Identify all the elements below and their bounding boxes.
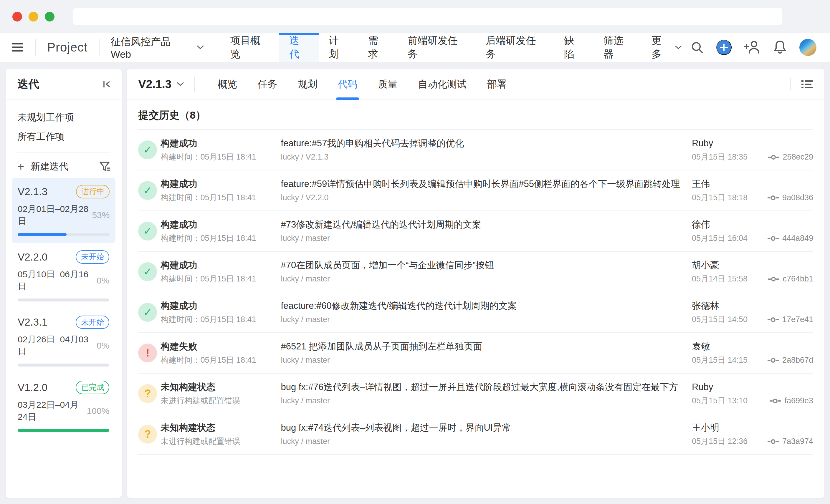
content-area: 迭代 未规划工作项 所有工作项 + 新建迭代 <box>0 62 830 498</box>
section-title: 提交历史（8） <box>138 108 813 122</box>
commit-branch: lucky / master <box>281 274 680 283</box>
user-avatar[interactable] <box>799 39 817 56</box>
commit-branch: lucky / master <box>281 315 680 324</box>
commit-message[interactable]: bug fx:#76迭代列表–详情视图，超过一屏并且迭代阶段超过最大宽度,横向滚… <box>281 382 680 393</box>
commit-message[interactable]: #6521 把添加团队成员从子页面抽到左栏单独页面 <box>281 341 680 352</box>
notifications-bell-icon[interactable] <box>773 40 787 55</box>
close-window-icon[interactable] <box>12 12 22 22</box>
maximize-window-icon[interactable] <box>45 12 55 22</box>
main-tab[interactable]: 任务 <box>247 69 287 100</box>
main-tab[interactable]: 自动化测试 <box>408 69 477 100</box>
nav-tab[interactable]: 项目概览 <box>220 33 279 62</box>
git-commit-icon <box>768 357 779 364</box>
chevron-down-icon <box>675 46 681 49</box>
commit-row[interactable]: 构建成功 构建时间：05月15日 18:41 #70在团队成员页面，增加一个“与… <box>138 252 813 292</box>
iteration-main-panel: V2.1.3 概览 任务 规划 代码 <box>127 69 824 498</box>
sidebar-link[interactable]: 所有工作项 <box>18 127 110 146</box>
new-iteration-button[interactable]: 新建迭代 <box>31 160 68 173</box>
nav-tab[interactable]: 迭代 <box>279 33 319 62</box>
commit-message-col: #73修改新建迭代/编辑迭代的迭代计划周期的文案 lucky / master <box>281 219 692 243</box>
build-status-col: 构建成功 构建时间：05月15日 18:41 <box>161 301 281 325</box>
build-time-text: 构建时间：05月15日 18:41 <box>161 193 281 202</box>
commit-row[interactable]: 构建成功 构建时间：05月15日 18:41 feature:#59详情预估申购… <box>138 170 813 211</box>
main-tab[interactable]: 部署 <box>477 69 517 100</box>
search-icon[interactable] <box>691 41 704 54</box>
nav-tab[interactable]: 缺陷 <box>554 33 594 62</box>
list-view-icon[interactable] <box>801 79 813 89</box>
main-tabs: 概览 任务 规划 代码 质量 自动化测试 部署 <box>208 69 517 100</box>
iteration-item[interactable]: V2.3.1 未开始 02月26日–04月03日 0% <box>6 308 122 374</box>
nav-tab[interactable]: 前端研发任务 <box>397 33 476 62</box>
iteration-selector[interactable]: V2.1.3 <box>138 78 184 91</box>
iteration-progress-track <box>18 429 109 432</box>
build-status-col: 未知构建状态 未进行构建或配置错误 <box>161 382 281 406</box>
commit-date: 05月15日 13:10 <box>692 396 747 405</box>
main-tab[interactable]: 规划 <box>287 69 327 100</box>
project-name: 征信风控产品 Web <box>111 35 192 60</box>
commit-hash-link[interactable]: c764bb1 <box>768 274 813 283</box>
commit-row[interactable]: 构建失败 构建时间：05月15日 18:41 #6521 把添加团队成员从子页面… <box>138 333 813 374</box>
nav-tab[interactable]: 计划 <box>319 33 358 62</box>
sidebar-header: 迭代 <box>6 69 122 100</box>
iteration-status-badge: 已完成 <box>76 381 109 394</box>
collapse-sidebar-icon[interactable] <box>102 80 111 89</box>
build-time-text: 构建时间：05月15日 18:41 <box>161 274 281 283</box>
commit-row[interactable]: 构建成功 构建时间：05月15日 18:41 #73修改新建迭代/编辑迭代的迭代… <box>138 211 813 252</box>
iteration-version: V2.1.3 <box>18 186 47 198</box>
commit-row[interactable]: 构建成功 构建时间：05月15日 18:41 feature:#57我的申购相关… <box>138 130 813 170</box>
commit-hash-link[interactable]: 258ec29 <box>768 153 813 162</box>
commit-hash-link[interactable]: 7a3a974 <box>768 437 813 446</box>
commit-row[interactable]: 未知构建状态 未进行构建或配置错误 bug fx:#74迭代列表–列表视图，超过… <box>138 414 813 455</box>
navbar-left: Project 征信风控产品 Web 项目概览 迭代 计划 需求 <box>12 33 691 62</box>
commit-hash-link[interactable]: 2a8b67d <box>768 356 813 365</box>
nav-tab[interactable]: 筛选器 <box>594 33 643 62</box>
main-tab[interactable]: 质量 <box>368 69 408 100</box>
plus-icon[interactable]: + <box>18 161 24 172</box>
hamburger-menu-icon[interactable] <box>12 42 24 53</box>
commit-message[interactable]: bug fx:#74迭代列表–列表视图，超过一屏时，界面UI异常 <box>281 423 680 433</box>
commit-hash-link[interactable]: fa699e3 <box>770 396 813 405</box>
commit-message[interactable]: feature:#57我的申购相关代码去掉调整的优化 <box>281 138 680 149</box>
nav-tab[interactable]: 需求 <box>358 33 397 62</box>
main-tab[interactable]: 代码 <box>327 69 368 100</box>
commit-list: 构建成功 构建时间：05月15日 18:41 feature:#57我的申购相关… <box>138 129 813 455</box>
build-status-icon <box>138 384 157 403</box>
nav-tab[interactable]: 后端研发任务 <box>476 33 554 62</box>
iteration-item[interactable]: V2.2.0 未开始 05月10日–06月16日 0% <box>6 243 122 308</box>
commit-hash-link[interactable]: 444a849 <box>768 234 813 243</box>
commit-row[interactable]: 构建成功 构建时间：05月15日 18:41 feacture:#60修改新建迭… <box>138 292 813 333</box>
iteration-item[interactable]: V2.1.3 进行中 02月01日–02月28日 53% <box>12 178 116 243</box>
commit-hash: 9a08d36 <box>782 193 813 202</box>
commit-hash: fa699e3 <box>784 396 813 405</box>
git-commit-icon <box>768 438 779 445</box>
commit-row[interactable]: 未知构建状态 未进行构建或配置错误 bug fx:#76迭代列表–详情视图，超过… <box>138 374 813 414</box>
build-status-icon <box>138 222 157 240</box>
iteration-item[interactable]: V1.2.0 已完成 03月22日–04月24日 100% <box>6 374 122 439</box>
commit-message[interactable]: feature:#59详情预估申购时长列表及编辑预估申购时长界面#55侧栏界面的… <box>281 179 680 189</box>
commit-hash-link[interactable]: 17e7e41 <box>768 315 813 324</box>
project-switcher[interactable]: 征信风控产品 Web <box>111 35 204 60</box>
filter-funnel-icon[interactable] <box>99 161 110 172</box>
chevron-down-icon <box>177 82 184 86</box>
commit-branch: lucky / V2.1.3 <box>281 153 680 162</box>
build-status-col: 构建成功 构建时间：05月15日 18:41 <box>161 179 281 203</box>
iteration-version: V1.2.0 <box>18 381 47 393</box>
iteration-list: V2.1.3 进行中 02月01日–02月28日 53% <box>6 175 122 439</box>
build-time-text: 未进行构建或配置错误 <box>161 437 281 446</box>
commit-hash-link[interactable]: 9a08d36 <box>768 193 813 202</box>
address-bar[interactable] <box>73 8 782 25</box>
commit-message[interactable]: #70在团队成员页面，增加一个“与企业微信同步”按钮 <box>281 260 680 271</box>
minimize-window-icon[interactable] <box>29 12 38 22</box>
commit-message[interactable]: feacture:#60修改新建迭代/编辑迭代的迭代计划周期的文案 <box>281 301 680 311</box>
build-status-text: 未知构建状态 <box>161 423 281 433</box>
build-status-icon <box>138 262 157 281</box>
commit-message[interactable]: #73修改新建迭代/编辑迭代的迭代计划周期的文案 <box>281 219 680 230</box>
nav-more-menu[interactable]: 更多 <box>643 33 691 62</box>
create-new-button[interactable] <box>716 40 732 55</box>
commit-author: Ruby <box>692 138 813 149</box>
main-tab[interactable]: 概览 <box>208 69 247 100</box>
sidebar-link[interactable]: 未规划工作项 <box>18 108 110 127</box>
add-member-icon[interactable] <box>744 40 761 55</box>
window-controls <box>12 12 55 22</box>
commit-meta-col: Ruby 05月15日 18:35 258ec29 <box>692 138 813 162</box>
